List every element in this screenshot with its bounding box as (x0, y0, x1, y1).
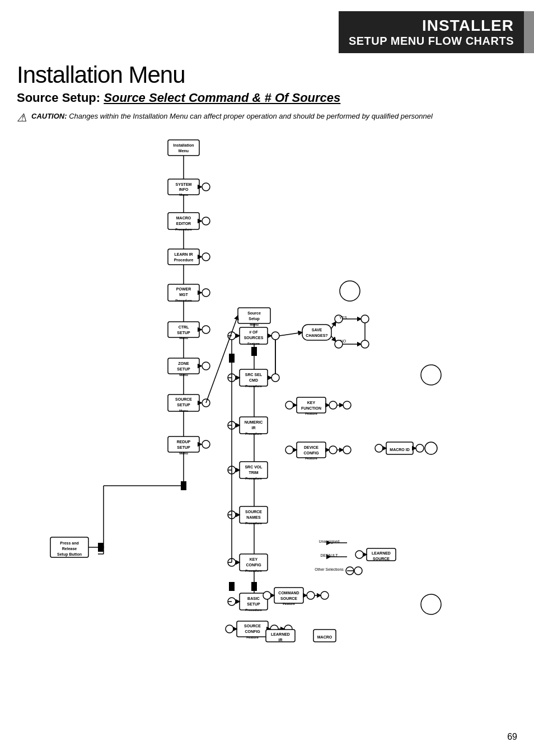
svg-text:SOURCES: SOURCES (244, 336, 264, 340)
page-title: Installation Menu (17, 62, 523, 88)
svg-text:KEY: KEY (250, 557, 258, 561)
svg-text:IR: IR (279, 638, 283, 642)
svg-text:SAVE: SAVE (312, 328, 322, 332)
svg-text:SETUP: SETUP (177, 445, 190, 449)
svg-text:Procedure: Procedure (245, 477, 262, 480)
svg-text:FUNCTION: FUNCTION (301, 406, 321, 410)
svg-point-206 (421, 365, 441, 385)
svg-text:Procedure: Procedure (245, 522, 262, 525)
svg-text:CONFIG: CONFIG (246, 563, 261, 567)
svg-rect-52 (168, 436, 199, 452)
svg-rect-69 (238, 308, 270, 323)
svg-text:INFO: INFO (179, 187, 189, 191)
svg-text:EDITOR: EDITOR (176, 222, 191, 226)
svg-point-21 (202, 253, 210, 261)
svg-point-166 (307, 591, 315, 599)
svg-text:MACRO: MACRO (317, 635, 332, 639)
svg-rect-18 (168, 249, 199, 265)
svg-point-133 (335, 340, 343, 348)
svg-text:Setup: Setup (249, 317, 259, 321)
svg-line-130 (331, 322, 336, 328)
svg-point-15 (202, 217, 210, 225)
svg-point-28 (202, 289, 210, 297)
svg-text:Other Selections: Other Selections (315, 567, 344, 571)
flowchart-container: .fc-box { fill: white; stroke: black; st… (17, 134, 509, 649)
page-number: 69 (507, 732, 517, 742)
svg-point-158 (343, 446, 351, 454)
caution-text: CAUTION: Changes within the Installation… (31, 112, 433, 120)
svg-point-156 (329, 446, 337, 454)
subtitle-label: Source Setup: (17, 91, 100, 105)
svg-text:NAMES: NAMES (246, 515, 261, 519)
svg-text:CTRL: CTRL (179, 325, 189, 329)
svg-text:REDUP: REDUP (177, 440, 191, 444)
svg-text:IR: IR (252, 426, 256, 430)
svg-text:SRC VOL: SRC VOL (245, 465, 263, 469)
svg-text:Feature: Feature (247, 342, 260, 345)
svg-text:# OF: # OF (249, 330, 258, 334)
svg-text:ZONE: ZONE (178, 361, 189, 365)
svg-text:Procedure: Procedure (245, 384, 262, 388)
svg-text:SETUP: SETUP (177, 367, 190, 371)
svg-text:SOURCE: SOURCE (244, 624, 261, 628)
svg-point-122 (271, 374, 279, 382)
header-line1: INSTALLER (349, 17, 514, 35)
svg-text:LEARN IR: LEARN IR (174, 252, 193, 256)
svg-point-120 (271, 332, 279, 340)
svg-point-207 (421, 594, 441, 614)
svg-rect-65 (98, 543, 104, 552)
svg-point-138 (361, 340, 369, 348)
svg-point-204 (425, 442, 437, 454)
svg-point-35 (202, 326, 210, 334)
svg-text:MGT: MGT (179, 293, 188, 297)
subtitle-italic: Source Select Command & # Of Sources (104, 91, 340, 105)
svg-text:POWER: POWER (176, 287, 191, 291)
svg-text:CMD: CMD (249, 378, 258, 382)
svg-rect-125 (302, 325, 331, 340)
svg-point-144 (285, 401, 293, 409)
svg-point-148 (343, 401, 351, 409)
svg-text:SOURCE: SOURCE (373, 557, 390, 561)
caution-body: Changes within the Installation Menu can… (69, 112, 433, 120)
svg-text:SOURCE: SOURCE (245, 510, 262, 514)
svg-point-187 (354, 567, 362, 575)
caution-triangle-icon: ⚠ (17, 112, 27, 123)
svg-text:Feature: Feature (283, 602, 295, 605)
svg-text:Feature: Feature (305, 457, 317, 460)
svg-text:Release: Release (62, 547, 77, 551)
svg-text:SETUP: SETUP (247, 602, 260, 606)
svg-point-164 (263, 591, 271, 599)
svg-rect-31 (168, 322, 199, 337)
svg-rect-38 (168, 358, 199, 374)
svg-text:SYSTEM: SYSTEM (176, 182, 192, 186)
caution-box: ⚠ CAUTION: Changes within the Installati… (17, 112, 523, 123)
svg-rect-0 (168, 140, 199, 156)
svg-text:SOURCE: SOURCE (280, 597, 297, 600)
svg-point-205 (340, 281, 360, 301)
svg-point-154 (285, 446, 293, 454)
main-content: Installation Menu Source Setup: Source S… (17, 62, 523, 649)
svg-text:MACRO: MACRO (176, 216, 191, 220)
svg-text:TRIM: TRIM (249, 471, 258, 475)
svg-text:Procedure: Procedure (245, 569, 262, 572)
svg-text:KEY: KEY (307, 401, 316, 405)
svg-point-146 (329, 401, 337, 409)
header-line2: SETUP MENU FLOW CHARTS (349, 35, 514, 48)
svg-text:Unassigned: Unassigned (319, 539, 340, 544)
svg-text:Menu: Menu (179, 149, 189, 153)
svg-point-42 (202, 362, 210, 370)
svg-point-200 (375, 444, 383, 452)
svg-point-8 (202, 183, 210, 191)
svg-text:NUMERIC: NUMERIC (245, 420, 263, 424)
header-title-block: INSTALLER SETUP MENU FLOW CHARTS (339, 11, 524, 53)
svg-text:Source: Source (247, 311, 261, 315)
svg-text:Installation: Installation (174, 143, 194, 147)
svg-rect-74 (251, 347, 257, 356)
svg-point-191 (355, 551, 363, 558)
svg-point-202 (416, 444, 424, 452)
svg-text:BASIC: BASIC (247, 597, 260, 600)
svg-text:Setup Button: Setup Button (57, 552, 82, 557)
svg-text:CHANGES?: CHANGES? (306, 334, 327, 337)
svg-text:COMMAND: COMMAND (278, 591, 299, 595)
svg-text:Procedure: Procedure (245, 608, 262, 612)
